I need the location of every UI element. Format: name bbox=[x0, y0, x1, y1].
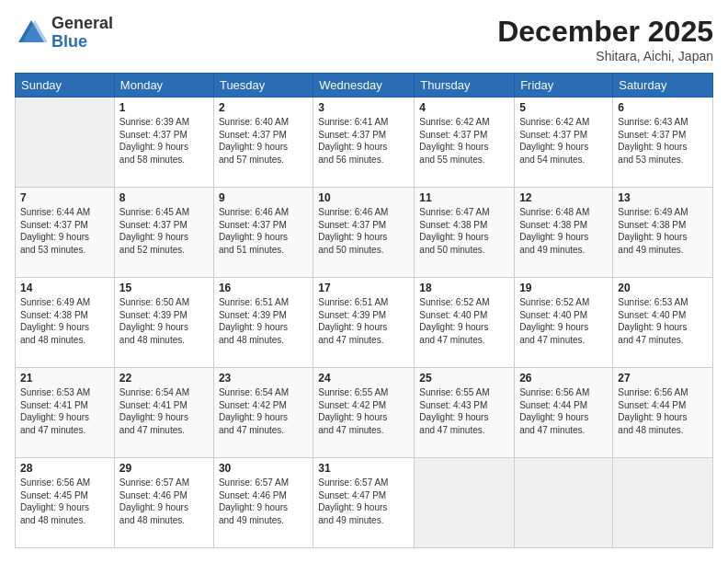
cell-info: Sunrise: 6:49 AMSunset: 4:38 PMDaylight:… bbox=[20, 296, 109, 346]
calendar-week-row-4: 28Sunrise: 6:56 AMSunset: 4:45 PMDayligh… bbox=[16, 458, 713, 548]
day-number: 7 bbox=[20, 191, 109, 204]
calendar-cell: 1Sunrise: 6:39 AMSunset: 4:37 PMDaylight… bbox=[114, 98, 213, 188]
day-number: 27 bbox=[618, 372, 708, 385]
calendar-cell bbox=[613, 458, 713, 548]
calendar-cell: 27Sunrise: 6:56 AMSunset: 4:44 PMDayligh… bbox=[613, 368, 713, 458]
calendar-week-row-1: 7Sunrise: 6:44 AMSunset: 4:37 PMDaylight… bbox=[16, 188, 713, 278]
day-number: 12 bbox=[519, 191, 608, 204]
logo: General Blue bbox=[15, 15, 113, 52]
day-number: 2 bbox=[219, 101, 308, 114]
calendar-cell: 30Sunrise: 6:57 AMSunset: 4:46 PMDayligh… bbox=[213, 458, 313, 548]
calendar-cell: 25Sunrise: 6:55 AMSunset: 4:43 PMDayligh… bbox=[415, 368, 515, 458]
calendar-cell: 22Sunrise: 6:54 AMSunset: 4:41 PMDayligh… bbox=[114, 368, 213, 458]
calendar-cell: 31Sunrise: 6:57 AMSunset: 4:47 PMDayligh… bbox=[313, 458, 415, 548]
cell-info: Sunrise: 6:40 AMSunset: 4:37 PMDaylight:… bbox=[219, 116, 308, 166]
page: General Blue December 2025 Shitara, Aich… bbox=[0, 0, 728, 563]
cell-info: Sunrise: 6:47 AMSunset: 4:38 PMDaylight:… bbox=[419, 206, 509, 256]
cell-info: Sunrise: 6:39 AMSunset: 4:37 PMDaylight:… bbox=[119, 116, 209, 166]
calendar-cell: 10Sunrise: 6:46 AMSunset: 4:37 PMDayligh… bbox=[313, 188, 415, 278]
cell-info: Sunrise: 6:43 AMSunset: 4:37 PMDaylight:… bbox=[618, 116, 708, 166]
calendar-cell: 15Sunrise: 6:50 AMSunset: 4:39 PMDayligh… bbox=[114, 278, 213, 368]
day-number: 14 bbox=[20, 282, 109, 294]
calendar-cell bbox=[415, 458, 515, 548]
day-number: 13 bbox=[618, 191, 708, 204]
col-tuesday: Tuesday bbox=[213, 74, 313, 98]
logo-general-text: General bbox=[51, 15, 113, 33]
day-number: 21 bbox=[20, 372, 109, 385]
calendar-cell: 19Sunrise: 6:52 AMSunset: 4:40 PMDayligh… bbox=[515, 278, 613, 368]
cell-info: Sunrise: 6:49 AMSunset: 4:38 PMDaylight:… bbox=[618, 206, 708, 256]
cell-info: Sunrise: 6:50 AMSunset: 4:39 PMDaylight:… bbox=[119, 296, 209, 346]
calendar-cell: 2Sunrise: 6:40 AMSunset: 4:37 PMDaylight… bbox=[213, 98, 313, 188]
col-wednesday: Wednesday bbox=[313, 74, 415, 98]
day-number: 16 bbox=[219, 282, 308, 294]
cell-info: Sunrise: 6:41 AMSunset: 4:37 PMDaylight:… bbox=[318, 116, 409, 166]
cell-info: Sunrise: 6:42 AMSunset: 4:37 PMDaylight:… bbox=[419, 116, 509, 166]
day-number: 8 bbox=[119, 191, 209, 204]
day-number: 18 bbox=[419, 282, 509, 294]
calendar-week-row-2: 14Sunrise: 6:49 AMSunset: 4:38 PMDayligh… bbox=[16, 278, 713, 368]
day-number: 20 bbox=[618, 282, 708, 294]
logo-icon bbox=[15, 17, 48, 50]
calendar: Sunday Monday Tuesday Wednesday Thursday… bbox=[15, 73, 713, 548]
calendar-cell: 21Sunrise: 6:53 AMSunset: 4:41 PMDayligh… bbox=[16, 368, 115, 458]
calendar-cell: 26Sunrise: 6:56 AMSunset: 4:44 PMDayligh… bbox=[515, 368, 613, 458]
calendar-cell: 12Sunrise: 6:48 AMSunset: 4:38 PMDayligh… bbox=[515, 188, 613, 278]
cell-info: Sunrise: 6:53 AMSunset: 4:41 PMDaylight:… bbox=[20, 386, 109, 436]
calendar-cell: 28Sunrise: 6:56 AMSunset: 4:45 PMDayligh… bbox=[16, 458, 115, 548]
cell-info: Sunrise: 6:52 AMSunset: 4:40 PMDaylight:… bbox=[419, 296, 509, 346]
day-number: 5 bbox=[519, 101, 608, 114]
header: General Blue December 2025 Shitara, Aich… bbox=[15, 15, 713, 63]
calendar-cell: 23Sunrise: 6:54 AMSunset: 4:42 PMDayligh… bbox=[213, 368, 313, 458]
calendar-header-row: Sunday Monday Tuesday Wednesday Thursday… bbox=[16, 74, 713, 98]
day-number: 26 bbox=[519, 372, 608, 385]
col-friday: Friday bbox=[515, 74, 613, 98]
cell-info: Sunrise: 6:56 AMSunset: 4:44 PMDaylight:… bbox=[519, 386, 608, 436]
day-number: 4 bbox=[419, 101, 509, 114]
cell-info: Sunrise: 6:55 AMSunset: 4:42 PMDaylight:… bbox=[318, 386, 409, 436]
cell-info: Sunrise: 6:55 AMSunset: 4:43 PMDaylight:… bbox=[419, 386, 509, 436]
day-number: 23 bbox=[219, 372, 308, 385]
cell-info: Sunrise: 6:54 AMSunset: 4:42 PMDaylight:… bbox=[219, 386, 308, 436]
calendar-cell: 9Sunrise: 6:46 AMSunset: 4:37 PMDaylight… bbox=[213, 188, 313, 278]
calendar-week-row-0: 1Sunrise: 6:39 AMSunset: 4:37 PMDaylight… bbox=[16, 98, 713, 188]
col-saturday: Saturday bbox=[613, 74, 713, 98]
calendar-cell: 5Sunrise: 6:42 AMSunset: 4:37 PMDaylight… bbox=[515, 98, 613, 188]
calendar-cell: 11Sunrise: 6:47 AMSunset: 4:38 PMDayligh… bbox=[415, 188, 515, 278]
calendar-cell bbox=[16, 98, 115, 188]
cell-info: Sunrise: 6:52 AMSunset: 4:40 PMDaylight:… bbox=[519, 296, 608, 346]
cell-info: Sunrise: 6:45 AMSunset: 4:37 PMDaylight:… bbox=[119, 206, 209, 256]
day-number: 28 bbox=[20, 462, 109, 475]
cell-info: Sunrise: 6:51 AMSunset: 4:39 PMDaylight:… bbox=[219, 296, 308, 346]
day-number: 29 bbox=[119, 462, 209, 475]
calendar-cell: 17Sunrise: 6:51 AMSunset: 4:39 PMDayligh… bbox=[313, 278, 415, 368]
cell-info: Sunrise: 6:51 AMSunset: 4:39 PMDaylight:… bbox=[318, 296, 409, 346]
month-title: December 2025 bbox=[497, 15, 713, 49]
col-monday: Monday bbox=[114, 74, 213, 98]
logo-text: General Blue bbox=[51, 15, 113, 52]
calendar-cell: 29Sunrise: 6:57 AMSunset: 4:46 PMDayligh… bbox=[114, 458, 213, 548]
calendar-cell: 24Sunrise: 6:55 AMSunset: 4:42 PMDayligh… bbox=[313, 368, 415, 458]
cell-info: Sunrise: 6:57 AMSunset: 4:47 PMDaylight:… bbox=[318, 477, 409, 526]
cell-info: Sunrise: 6:57 AMSunset: 4:46 PMDaylight:… bbox=[119, 477, 209, 526]
logo-blue-text: Blue bbox=[51, 33, 113, 52]
calendar-cell: 20Sunrise: 6:53 AMSunset: 4:40 PMDayligh… bbox=[613, 278, 713, 368]
calendar-cell: 14Sunrise: 6:49 AMSunset: 4:38 PMDayligh… bbox=[16, 278, 115, 368]
day-number: 6 bbox=[618, 101, 708, 114]
cell-info: Sunrise: 6:44 AMSunset: 4:37 PMDaylight:… bbox=[20, 206, 109, 256]
cell-info: Sunrise: 6:56 AMSunset: 4:44 PMDaylight:… bbox=[618, 386, 708, 436]
calendar-cell bbox=[515, 458, 613, 548]
calendar-cell: 8Sunrise: 6:45 AMSunset: 4:37 PMDaylight… bbox=[114, 188, 213, 278]
day-number: 24 bbox=[318, 372, 409, 385]
calendar-cell: 3Sunrise: 6:41 AMSunset: 4:37 PMDaylight… bbox=[313, 98, 415, 188]
day-number: 3 bbox=[318, 101, 409, 114]
cell-info: Sunrise: 6:57 AMSunset: 4:46 PMDaylight:… bbox=[219, 477, 308, 526]
calendar-cell: 13Sunrise: 6:49 AMSunset: 4:38 PMDayligh… bbox=[613, 188, 713, 278]
col-sunday: Sunday bbox=[16, 74, 115, 98]
day-number: 11 bbox=[419, 191, 509, 204]
day-number: 17 bbox=[318, 282, 409, 294]
col-thursday: Thursday bbox=[415, 74, 515, 98]
cell-info: Sunrise: 6:53 AMSunset: 4:40 PMDaylight:… bbox=[618, 296, 708, 346]
day-number: 31 bbox=[318, 462, 409, 475]
cell-info: Sunrise: 6:46 AMSunset: 4:37 PMDaylight:… bbox=[219, 206, 308, 256]
